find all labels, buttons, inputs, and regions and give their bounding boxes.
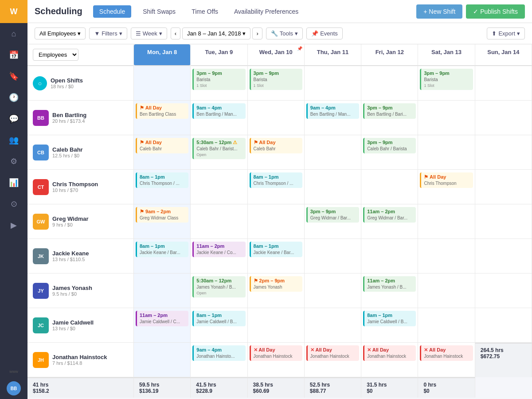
day-cell-r7-d3[interactable] xyxy=(305,308,361,343)
day-cell-r4-d0[interactable]: ⚑ 9am – 2pmGreg Widmar Class xyxy=(134,204,191,239)
shift-block[interactable]: ⚑ All DayCaleb Bahr xyxy=(250,138,302,153)
day-cell-r1-d6[interactable] xyxy=(475,101,532,135)
shift-block[interactable]: 3pm – 9pmBen Bartling / Bari... xyxy=(363,103,416,119)
day-cell-r0-d5[interactable]: 3pm – 9pmBarista1 Slot xyxy=(418,66,475,101)
day-cell-r6-d3[interactable] xyxy=(305,274,361,308)
shift-block[interactable]: ✕ All DayJonathan Hainstock xyxy=(420,345,473,361)
day-cell-r7-d1[interactable]: 8am – 1pmJamie Caldwell / B... xyxy=(191,308,247,343)
shift-block[interactable]: ⚑ All DayBen Bartling Class xyxy=(136,103,188,119)
events-button[interactable]: 📌 Events xyxy=(306,27,343,39)
day-cell-r1-d4[interactable]: 3pm – 9pmBen Bartling / Bari... xyxy=(361,101,418,135)
filters-button[interactable]: ▼ Filters ▾ xyxy=(89,27,127,39)
day-cell-r5-d2[interactable]: 8am – 1pmJackie Keane / Bar... xyxy=(248,239,305,274)
shift-block[interactable]: ⚑ 2pm – 9pmJames Yonash xyxy=(250,276,302,292)
day-cell-r6-d2[interactable]: ⚑ 2pm – 9pmJames Yonash xyxy=(248,274,305,308)
export-button[interactable]: ⬆ Export ▾ xyxy=(487,27,525,39)
day-cell-r3-d6[interactable] xyxy=(475,170,532,204)
shift-block[interactable]: ⚑ All DayCaleb Bahr xyxy=(136,138,188,153)
nav-shift-swaps-tab[interactable]: Shift Swaps xyxy=(138,5,180,18)
shift-block[interactable]: 11am – 2pmJamie Caldwell / C... xyxy=(136,311,188,326)
day-cell-r3-d3[interactable] xyxy=(305,170,361,204)
shift-block[interactable]: ⚑ 9am – 2pmGreg Widmar Class xyxy=(136,207,188,223)
day-cell-r1-d5[interactable] xyxy=(418,101,475,135)
shift-block[interactable]: 8am – 1pmJamie Caldwell / B... xyxy=(192,311,245,326)
day-cell-r5-d4[interactable] xyxy=(361,239,418,274)
shift-block[interactable]: 5:30am – 12pmJames Yonash / B...Open xyxy=(192,276,245,297)
day-cell-r2-d1[interactable]: 5:30am – 12pm ⚠Caleb Bahr / Barist...Ope… xyxy=(191,135,247,170)
day-cell-r0-d3[interactable] xyxy=(305,66,361,101)
day-cell-r0-d0[interactable] xyxy=(134,66,191,101)
sidebar-item-integrations[interactable]: ▶ xyxy=(0,215,27,236)
day-cell-r7-d2[interactable] xyxy=(248,308,305,343)
sidebar-item-clock[interactable]: 🕐 xyxy=(0,87,27,108)
day-cell-r7-d6[interactable] xyxy=(475,308,532,343)
nav-availability-tab[interactable]: Availability Preferences xyxy=(230,5,303,18)
day-cell-r7-d5[interactable] xyxy=(418,308,475,343)
day-cell-r4-d3[interactable]: 3pm – 9pmGreg Widmar / Bar... xyxy=(305,204,361,239)
sidebar-logo[interactable]: W xyxy=(0,0,27,23)
day-cell-r7-d0[interactable]: 11am – 2pmJamie Caldwell / C... xyxy=(134,308,191,343)
sidebar-item-bookmark[interactable]: 🔖 xyxy=(0,66,27,87)
day-cell-r4-d6[interactable] xyxy=(475,204,532,239)
day-cell-r5-d3[interactable] xyxy=(305,239,361,274)
shift-block[interactable]: 5:30am – 12pm ⚠Caleb Bahr / Barist...Ope… xyxy=(192,138,245,159)
day-cell-r7-d4[interactable]: 8am – 1pmJamie Caldwell / B... xyxy=(361,308,418,343)
sidebar-bottom-avatar[interactable]: BB xyxy=(0,378,27,399)
shift-block[interactable]: 9am – 4pmBen Bartling / Man... xyxy=(192,103,245,119)
tools-button[interactable]: 🔧 Tools ▾ xyxy=(266,27,303,39)
shift-block[interactable]: 3pm – 9pmGreg Widmar / Bar... xyxy=(306,207,359,223)
shift-block[interactable]: ⚑ All DayChris Thompson xyxy=(420,172,473,188)
day-cell-r6-d5[interactable] xyxy=(418,274,475,308)
day-cell-r8-d3[interactable]: ✕ All DayJonathan Hainstock xyxy=(305,343,361,377)
shift-block[interactable]: 8am – 1pmJackie Keane / Bar... xyxy=(136,242,188,257)
shift-block[interactable]: 3pm – 9pmBarista1 Slot xyxy=(192,69,245,90)
day-cell-r2-d2[interactable]: ⚑ All DayCaleb Bahr xyxy=(248,135,305,170)
employee-column-select[interactable]: Employees xyxy=(33,49,78,61)
day-cell-r0-d6[interactable] xyxy=(475,66,532,101)
day-cell-r8-d5[interactable]: ✕ All DayJonathan Hainstock xyxy=(418,343,475,377)
day-cell-r2-d3[interactable] xyxy=(305,135,361,170)
new-shift-button[interactable]: + New Shift xyxy=(416,4,462,19)
shift-block[interactable]: ✕ All DayJonathan Hainstock xyxy=(250,345,302,361)
publish-shifts-button[interactable]: ✓ Publish Shifts xyxy=(466,4,525,19)
shift-block[interactable]: ✕ All DayJonathan Hainstock xyxy=(363,345,416,361)
day-cell-r3-d0[interactable]: 8am – 1pmChris Thompson / ... xyxy=(134,170,191,204)
day-cell-r1-d3[interactable]: 9am – 4pmBen Bartling / Man... xyxy=(305,101,361,135)
day-cell-r3-d2[interactable]: 8am – 1pmChris Thompson / ... xyxy=(248,170,305,204)
shift-block[interactable]: 8am – 1pmChris Thompson / ... xyxy=(136,172,188,188)
day-cell-r6-d4[interactable]: 11am – 2pmJames Yonash / B... xyxy=(361,274,418,308)
day-cell-r0-d1[interactable]: 3pm – 9pmBarista1 Slot xyxy=(191,66,247,101)
nav-schedule-tab[interactable]: Schedule xyxy=(93,5,131,18)
sidebar-item-team[interactable]: 👥 xyxy=(0,129,27,151)
sidebar-item-messages[interactable]: 💬 xyxy=(0,108,27,129)
shift-block[interactable]: 3pm – 9pmCaleb Bahr / Barista xyxy=(363,138,416,153)
shift-block[interactable]: 9am – 4pmBen Bartling / Man... xyxy=(306,103,359,119)
shift-block[interactable]: 8am – 1pmChris Thompson / ... xyxy=(250,172,302,188)
week-button[interactable]: ☰ Week ▾ xyxy=(131,27,167,39)
nav-time-offs-tab[interactable]: Time Offs xyxy=(187,5,223,18)
day-cell-r6-d0[interactable] xyxy=(134,274,191,308)
sidebar-item-settings[interactable]: ⚙ xyxy=(0,151,27,172)
sidebar-item-schedule[interactable]: 📅 xyxy=(0,44,27,66)
day-cell-r3-d4[interactable] xyxy=(361,170,418,204)
day-cell-r0-d4[interactable] xyxy=(361,66,418,101)
employees-filter[interactable]: All Employees ▾ xyxy=(35,27,86,39)
day-cell-r2-d5[interactable] xyxy=(418,135,475,170)
day-cell-r2-d0[interactable]: ⚑ All DayCaleb Bahr xyxy=(134,135,191,170)
shift-block[interactable]: 11am – 2pmGreg Widmar / Bar... xyxy=(363,207,416,223)
day-cell-r8-d2[interactable]: ✕ All DayJonathan Hainstock xyxy=(248,343,305,377)
day-cell-r4-d4[interactable]: 11am – 2pmGreg Widmar / Bar... xyxy=(361,204,418,239)
shift-block[interactable]: 8am – 1pmJackie Keane / Bar... xyxy=(250,242,302,257)
prev-week-button[interactable]: ‹ xyxy=(171,27,180,39)
sidebar-item-home[interactable]: ⌂ xyxy=(0,23,27,44)
day-cell-r8-d4[interactable]: ✕ All DayJonathan Hainstock xyxy=(361,343,418,377)
date-range-button[interactable]: Jan 8 – Jan 14, 2018 ▾ xyxy=(182,27,250,39)
shift-block[interactable]: ✕ All DayJonathan Hainstock xyxy=(306,345,359,361)
shift-block[interactable]: 11am – 2pmJames Yonash / B... xyxy=(363,276,416,292)
day-cell-r2-d6[interactable] xyxy=(475,135,532,170)
day-cell-r3-d1[interactable] xyxy=(191,170,247,204)
shift-block[interactable]: 11am – 2pmJackie Keane / Co... xyxy=(192,242,245,257)
day-cell-r4-d1[interactable] xyxy=(191,204,247,239)
day-cell-r6-d1[interactable]: 5:30am – 12pmJames Yonash / B...Open xyxy=(191,274,247,308)
day-cell-r0-d2[interactable]: 3pm – 9pmBarista1 Slot xyxy=(248,66,305,101)
